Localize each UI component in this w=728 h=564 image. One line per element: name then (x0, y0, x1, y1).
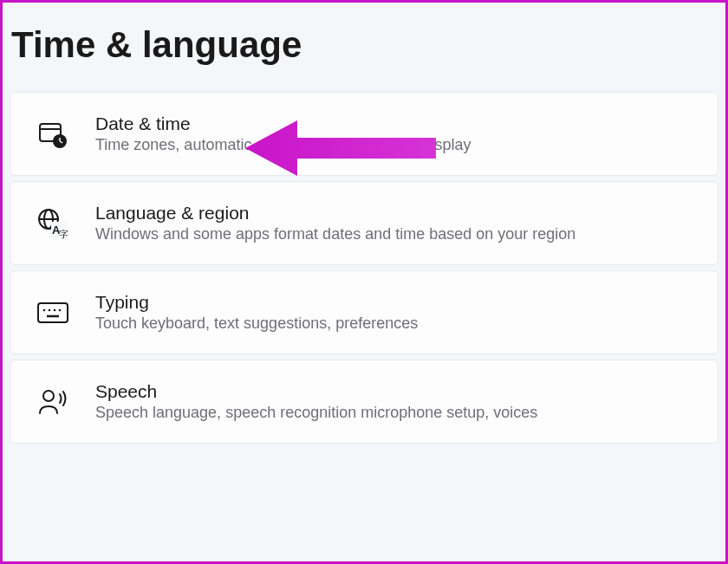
setting-text: Speech Speech language, speech recogniti… (95, 381, 692, 422)
svg-point-14 (54, 308, 56, 311)
setting-text: Date & time Time zones, automatic clock … (95, 113, 692, 154)
calendar-clock-icon (36, 118, 69, 151)
page-title: Time & language (3, 3, 725, 92)
setting-language-region[interactable]: A 字 Language & region Windows and some a… (10, 181, 718, 265)
globe-language-icon: A 字 (36, 207, 69, 240)
svg-point-13 (49, 308, 51, 311)
setting-subtitle: Time zones, automatic clock settings, ca… (95, 136, 692, 154)
setting-date-time[interactable]: Date & time Time zones, automatic clock … (10, 92, 718, 176)
setting-subtitle: Windows and some apps format dates and t… (95, 225, 692, 243)
setting-title: Speech (95, 381, 692, 402)
svg-rect-11 (38, 303, 68, 322)
setting-subtitle: Speech language, speech recognition micr… (95, 404, 692, 422)
keyboard-icon (36, 296, 69, 329)
settings-list: Date & time Time zones, automatic clock … (3, 92, 725, 444)
svg-point-17 (43, 391, 54, 401)
setting-typing[interactable]: Typing Touch keyboard, text suggestions,… (10, 270, 718, 354)
setting-title: Language & region (95, 203, 692, 224)
svg-text:字: 字 (59, 229, 68, 239)
svg-point-12 (43, 308, 46, 311)
setting-title: Typing (95, 292, 692, 313)
setting-subtitle: Touch keyboard, text suggestions, prefer… (95, 314, 692, 333)
speech-icon (36, 386, 69, 418)
setting-speech[interactable]: Speech Speech language, speech recogniti… (10, 360, 718, 444)
svg-point-15 (59, 308, 62, 311)
setting-text: Typing Touch keyboard, text suggestions,… (95, 292, 692, 333)
setting-title: Date & time (95, 113, 692, 134)
setting-text: Language & region Windows and some apps … (95, 203, 692, 243)
